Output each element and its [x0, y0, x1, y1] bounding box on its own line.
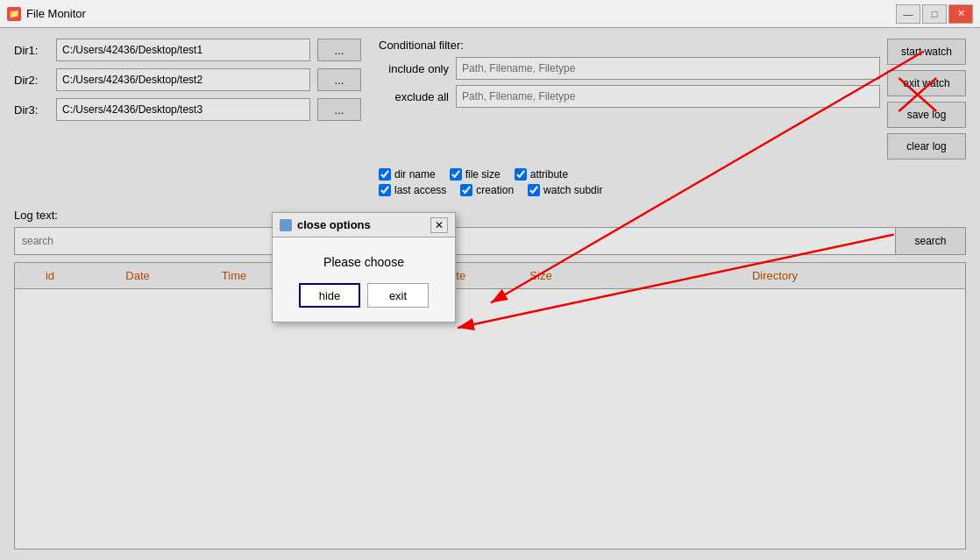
modal-icon: [280, 219, 292, 231]
main-content: Dir1: ... Dir2: ... Dir3: ... Conditiona…: [0, 28, 980, 560]
minimize-button[interactable]: —: [896, 4, 920, 24]
app-title: File Monitor: [26, 7, 896, 20]
modal-overlay: close options ✕ Please choose hide exit: [0, 28, 980, 560]
modal-buttons: hide exit: [299, 283, 429, 308]
modal-title-bar: close options ✕: [273, 213, 455, 237]
modal-title: close options: [297, 218, 425, 231]
exit-button[interactable]: exit: [367, 283, 429, 308]
close-button[interactable]: ✕: [948, 4, 973, 24]
app-icon: 📁: [7, 7, 21, 21]
title-bar: 📁 File Monitor — □ ✕: [0, 0, 980, 28]
modal-close-button[interactable]: ✕: [430, 217, 448, 233]
close-options-modal: close options ✕ Please choose hide exit: [272, 212, 456, 323]
hide-button[interactable]: hide: [299, 283, 360, 308]
modal-message: Please choose: [323, 255, 404, 269]
modal-content: Please choose hide exit: [273, 237, 455, 322]
maximize-button[interactable]: □: [922, 4, 947, 24]
window-controls: — □ ✕: [896, 4, 973, 24]
